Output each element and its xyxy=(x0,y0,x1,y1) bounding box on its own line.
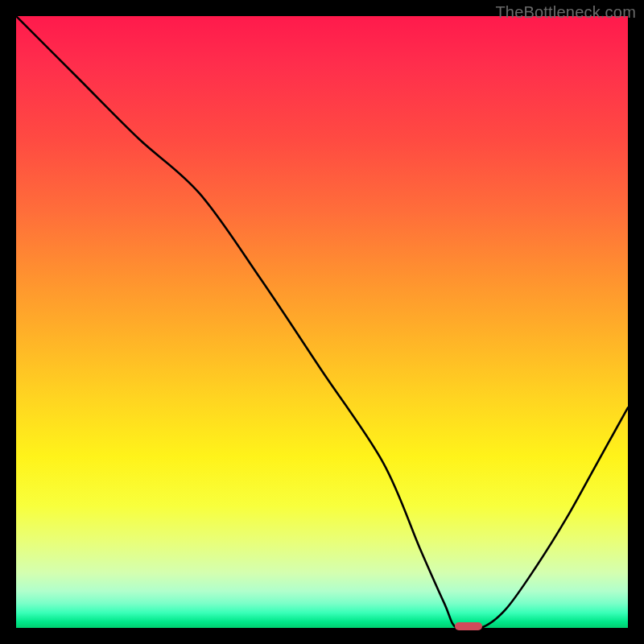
bottleneck-curve xyxy=(16,16,628,628)
chart-container: TheBottleneck.com xyxy=(0,0,644,644)
minimum-marker xyxy=(455,622,482,631)
curve-path xyxy=(16,16,628,628)
watermark-text: TheBottleneck.com xyxy=(495,3,636,22)
